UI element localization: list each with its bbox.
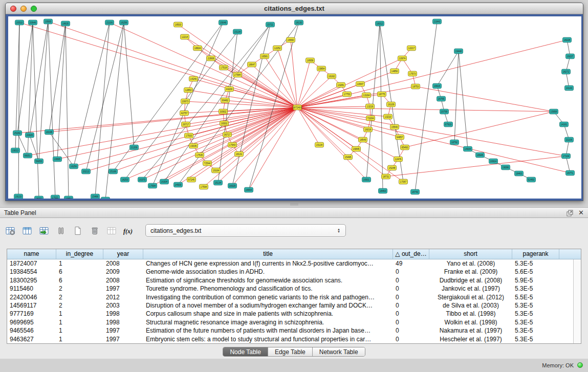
graph-node[interactable]: 15134 xyxy=(315,142,324,147)
graph-node[interactable]: 12252 xyxy=(273,46,282,51)
table-cell[interactable]: 22420046 xyxy=(7,293,56,301)
table-cell[interactable]: 49 xyxy=(393,259,429,268)
graph-node[interactable]: 18198 xyxy=(45,129,54,135)
new-table-icon[interactable] xyxy=(71,225,84,236)
column-header-in_degree[interactable]: in_degree xyxy=(56,249,103,259)
import-table-icon[interactable] xyxy=(37,225,51,236)
graph-edge[interactable] xyxy=(57,24,66,159)
graph-edge[interactable] xyxy=(297,58,402,107)
graph-edge[interactable] xyxy=(74,23,110,166)
graph-node[interactable]: 19915 xyxy=(433,83,442,89)
graph-node[interactable]: 14850 xyxy=(390,69,399,74)
column-chooser-icon[interactable] xyxy=(54,225,68,236)
graph-edge[interactable] xyxy=(297,60,310,107)
graph-node[interactable]: 19448 xyxy=(454,49,463,54)
graph-node[interactable]: 10647 xyxy=(356,81,365,86)
graph-edge[interactable] xyxy=(57,107,297,159)
graph-node[interactable]: 18091 xyxy=(35,196,43,199)
table-cell[interactable]: 5.3E-5 xyxy=(512,318,559,326)
table-cell[interactable]: Genome-wide association studies in ADHD. xyxy=(143,268,393,276)
table-cell[interactable]: 0 xyxy=(393,335,429,343)
table-cell[interactable]: 5.3E-5 xyxy=(512,301,559,310)
table-cell[interactable]: 1 xyxy=(56,318,103,326)
graph-edge[interactable] xyxy=(125,107,297,180)
table-cell[interactable]: 19384554 xyxy=(7,268,56,276)
zoom-window-button[interactable] xyxy=(31,6,37,12)
table-scrollbar[interactable] xyxy=(573,259,581,343)
table-settings-icon[interactable] xyxy=(4,225,17,236)
network-canvas[interactable]: 2051020646195651863521106162561850019046… xyxy=(8,16,581,199)
graph-node[interactable]: 16660 xyxy=(287,37,295,42)
column-header-title[interactable]: title xyxy=(143,249,393,259)
graph-node[interactable]: 16109 xyxy=(387,102,396,107)
graph-node[interactable]: 25166 xyxy=(109,169,118,174)
table-cell[interactable]: 9115460 xyxy=(7,285,56,293)
table-cell[interactable]: Yano et al. (2008) xyxy=(429,259,512,268)
table-cell[interactable]: 5.3E-5 xyxy=(512,335,559,343)
tab-node-table[interactable]: Node Table xyxy=(223,347,268,356)
graph-node[interactable]: 12476 xyxy=(394,157,403,162)
table-cell[interactable]: 0 xyxy=(393,326,429,335)
graph-node[interactable]: 19096 xyxy=(502,165,510,170)
graph-node[interactable]: 92450 xyxy=(527,177,536,182)
table-cell[interactable]: 5.3E-5 xyxy=(512,310,559,318)
table-row[interactable]: 2242004622012Investigating the contribut… xyxy=(7,293,581,301)
table-row[interactable]: 1456911722003Disruption of a novel membe… xyxy=(7,301,581,310)
table-cell[interactable]: 5.9E-5 xyxy=(512,276,559,285)
graph-edge[interactable] xyxy=(297,106,370,107)
minimize-window-button[interactable] xyxy=(20,6,27,12)
graph-edge[interactable] xyxy=(297,86,416,107)
graph-node[interactable]: 44200 xyxy=(225,86,234,92)
graph-node[interactable]: 17594 xyxy=(200,184,208,189)
graph-node[interactable]: 18463 xyxy=(515,171,524,176)
graph-node[interactable]: 15721 xyxy=(266,22,275,27)
graph-node[interactable]: 18500 xyxy=(174,22,183,27)
graph-node[interactable]: 20673 xyxy=(181,99,190,104)
table-cell[interactable]: 9463627 xyxy=(7,335,56,343)
table-cell[interactable]: 2008 xyxy=(103,276,143,285)
table-cell[interactable]: Changes of HCN gene expression and I(f) … xyxy=(143,259,393,268)
graph-node[interactable]: 20510 xyxy=(15,20,24,25)
graph-edge[interactable] xyxy=(297,69,321,107)
table-cell[interactable]: Dudbridge et al. (2008) xyxy=(429,276,512,285)
graph-edge[interactable] xyxy=(110,23,297,107)
graph-node[interactable]: 18731 xyxy=(382,174,390,179)
graph-node[interactable]: 16931 xyxy=(362,177,371,182)
graph-edge[interactable] xyxy=(239,107,297,154)
table-cell[interactable]: 2 xyxy=(56,301,103,310)
graph-node[interactable]: 17573 xyxy=(408,71,417,76)
table-cell[interactable]: 1997 xyxy=(103,326,143,335)
table-row[interactable]: 946554611997Estimation of the future num… xyxy=(7,326,581,335)
graph-node[interactable]: 19164 xyxy=(212,168,221,173)
table-row[interactable]: 969969511998Structural magnetic resonanc… xyxy=(7,318,581,326)
graph-node[interactable]: 59053 xyxy=(35,159,43,164)
table-cell[interactable]: 1998 xyxy=(103,310,143,318)
table-cell[interactable]: 9777169 xyxy=(7,310,56,318)
float-panel-icon[interactable] xyxy=(567,210,573,216)
network-graph[interactable]: 2051020646195651863521106162561850019046… xyxy=(8,16,581,199)
table-cell[interactable]: 2009 xyxy=(103,268,143,276)
table-cell[interactable]: 6 xyxy=(56,276,103,285)
graph-node[interactable]: 20646 xyxy=(29,20,37,25)
table-cell[interactable]: 0 xyxy=(393,285,429,293)
column-header-name[interactable]: name xyxy=(7,249,56,259)
graph-node[interactable]: 18604 xyxy=(193,46,202,51)
graph-node[interactable]: 18228 xyxy=(563,37,572,42)
graph-edge[interactable] xyxy=(142,25,270,180)
table-row[interactable]: 1830029562008Estimation of significance … xyxy=(7,276,581,285)
graph-node[interactable]: 21106 xyxy=(105,20,114,25)
table-selector-combobox[interactable]: citations_edges.txt ▲▼ xyxy=(145,224,346,237)
graph-node[interactable]: 24509 xyxy=(174,182,183,187)
graph-edge[interactable] xyxy=(297,71,395,107)
table-cell[interactable]: 1 xyxy=(56,326,103,335)
graph-node[interactable]: 18312 xyxy=(376,21,384,26)
graph-node[interactable]: 18775 xyxy=(378,92,386,97)
graph-node[interactable]: 20213 xyxy=(82,169,91,174)
graph-node[interactable]: 16771 xyxy=(566,170,575,176)
graph-node[interactable]: 16016 xyxy=(364,127,373,132)
graph-node[interactable]: 18131 xyxy=(235,151,244,157)
graph-edge[interactable] xyxy=(153,23,223,186)
table-disabled-icon[interactable] xyxy=(105,225,118,236)
table-row[interactable]: 1938455462009Genome-wide association stu… xyxy=(7,268,581,276)
graph-node[interactable]: 99231 xyxy=(101,197,110,199)
